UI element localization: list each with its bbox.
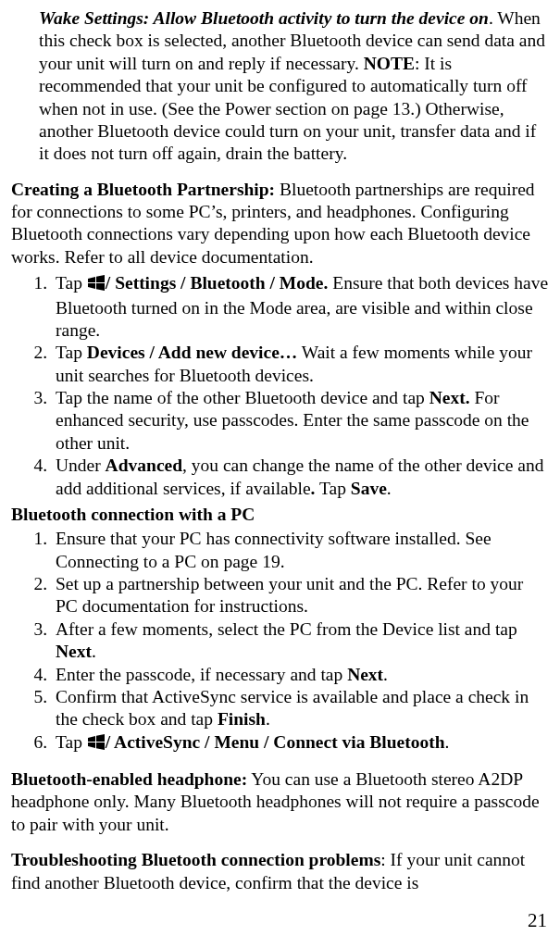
windows-icon	[87, 733, 106, 755]
pc1-text: Ensure that your PC has connectivity sof…	[56, 529, 492, 570]
wake-heading: Wake Settings: Allow Bluetooth activity …	[39, 8, 489, 28]
wake-settings-paragraph: Wake Settings: Allow Bluetooth activity …	[39, 7, 549, 166]
headphone-paragraph: Bluetooth-enabled headphone: You can use…	[11, 768, 549, 836]
pc4-next: Next	[347, 665, 383, 684]
pc3-next: Next	[56, 642, 92, 661]
note-label: NOTE	[364, 54, 415, 73]
headphone-heading: Bluetooth-enabled headphone:	[11, 769, 247, 789]
pc6-end: .	[445, 732, 450, 752]
pc4-end: .	[383, 665, 388, 684]
pc2-text: Set up a partnership between your unit a…	[56, 574, 523, 616]
step2-path: Devices / Add new device…	[87, 343, 297, 362]
page-number: 21	[528, 908, 547, 932]
step3-next: Next.	[429, 388, 470, 407]
step2-pre: Tap	[56, 343, 87, 362]
pc-step-3: After a few moments, select the PC from …	[52, 618, 549, 664]
page: Wake Settings: Allow Bluetooth activity …	[0, 0, 560, 936]
step1-path: / Settings / Bluetooth / Mode.	[106, 273, 329, 293]
pc5-pre: Confirm that ActiveSync service is avail…	[56, 687, 529, 729]
pc5-end: .	[266, 709, 270, 729]
step4-pre: Under	[56, 456, 106, 475]
troubleshoot-heading: Troubleshooting Bluetooth connection pro…	[11, 850, 380, 869]
step4-advanced: Advanced	[106, 456, 182, 475]
pc-steps: Ensure that your PC has connectivity sof…	[11, 528, 549, 755]
step4-end: .	[387, 479, 392, 498]
step4-tap: Tap	[315, 479, 350, 498]
step3-pre: Tap the name of the other Bluetooth devi…	[56, 388, 429, 407]
pc-step-2: Set up a partnership between your unit a…	[52, 573, 549, 618]
partnership-heading: Creating a Bluetooth Partnership:	[11, 180, 275, 199]
pc6-pre: Tap	[56, 732, 87, 752]
pc-heading: Bluetooth connection with a PC	[11, 504, 549, 526]
wake-dot: .	[489, 8, 497, 28]
pc5-finish: Finish	[218, 709, 266, 729]
step-3: Tap the name of the other Bluetooth devi…	[52, 387, 549, 455]
pc4-pre: Enter the passcode, if necessary and tap	[56, 665, 347, 684]
troubleshoot-paragraph: Troubleshooting Bluetooth connection pro…	[11, 849, 549, 894]
windows-icon	[87, 274, 106, 296]
partnership-steps: Tap / Settings / Bluetooth / Mode. Ensur…	[11, 272, 549, 500]
pc3-end: .	[92, 642, 96, 661]
pc6-path: / ActiveSync / Menu / Connect via Blueto…	[106, 732, 445, 752]
pc-step-6: Tap / ActiveSync / Menu / Connect via Bl…	[52, 731, 549, 755]
pc-step-5: Confirm that ActiveSync service is avail…	[52, 686, 549, 731]
step-1: Tap / Settings / Bluetooth / Mode. Ensur…	[52, 272, 549, 342]
step-2: Tap Devices / Add new device… Wait a few…	[52, 342, 549, 387]
pc-step-1: Ensure that your PC has connectivity sof…	[52, 528, 549, 573]
step1-pre: Tap	[56, 273, 87, 293]
step4-save: Save	[351, 479, 387, 498]
partnership-paragraph: Creating a Bluetooth Partnership: Blueto…	[11, 179, 549, 269]
pc3-pre: After a few moments, select the PC from …	[56, 619, 517, 639]
step-4: Under Advanced, you can change the name …	[52, 455, 549, 500]
pc-step-4: Enter the passcode, if necessary and tap…	[52, 664, 549, 686]
